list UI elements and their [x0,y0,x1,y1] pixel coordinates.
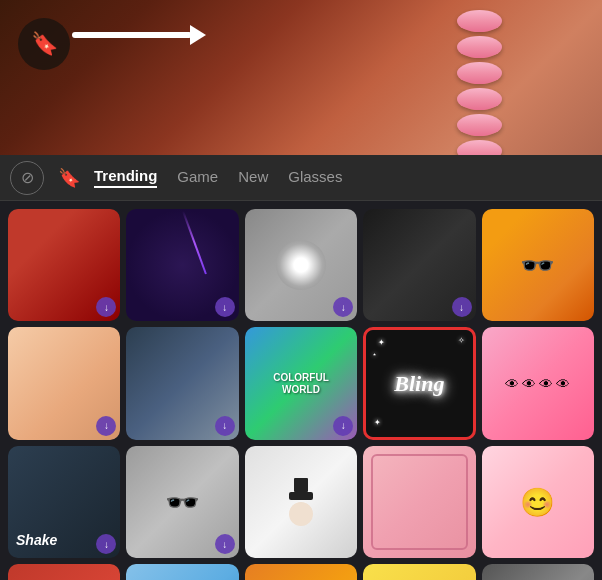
macaron-1 [457,10,502,32]
arrow-indicator [72,32,192,38]
star-1: ✦ [378,338,385,347]
chaplin-figure [289,478,313,526]
filter-face[interactable]: ↓ [8,327,120,439]
eye-emoji-1: 👁 [505,376,519,392]
filter-hat[interactable]: ↓ [8,209,120,321]
star-2: ✧ [458,336,465,345]
beauty-emoji: 😊 [520,486,555,519]
eye-emoji-4: 👁 [556,376,570,392]
macaron-5 [457,114,502,136]
star-3: ✦ [374,418,381,427]
filter-pink-eyes-bg: 👁 👁 👁 👁 [482,327,594,439]
shake-label-text: Shake [16,532,57,548]
glasses-emoji: 🕶️ [520,249,555,282]
filter-shake[interactable]: Shake ↓ [8,446,120,558]
star-4: ⋆ [372,350,377,359]
macaron-decoration [457,10,502,155]
filter-yellow-bg [363,564,475,580]
filter-hair[interactable]: 👤 [482,564,594,580]
download-badge: ↓ [215,416,235,436]
filter-beauty-bg: 😊 [482,446,594,558]
laser-beam [182,211,207,275]
download-badge: ↓ [215,534,235,554]
filter-orange[interactable] [245,564,357,580]
saved-filters-button[interactable]: 🔖 [54,163,84,193]
filter-chaplin[interactable] [245,446,357,558]
macaron-6 [457,140,502,155]
filter-tabs: Trending Game New Glasses [94,167,592,188]
filter-laser[interactable]: ↓ [126,209,238,321]
colorful-world-text: COLORFULWORLD [273,372,329,396]
filter-lipstick-bg: Lipstick [8,564,120,580]
tab-glasses[interactable]: Glasses [288,168,342,187]
filter-bar: ⊘ 🔖 Trending Game New Glasses [0,155,602,201]
bookmark-button[interactable]: 🔖 [18,18,70,70]
filter-dark[interactable]: ↓ [363,209,475,321]
filter-chaplin-bg [245,446,357,558]
filter-pink-eyes[interactable]: 👁 👁 👁 👁 [482,327,594,439]
frame-decoration [371,454,467,550]
tab-trending[interactable]: Trending [94,167,157,188]
filter-city[interactable]: ↓ [126,327,238,439]
filter-sunglasses2[interactable]: 🕶️ ↓ [126,446,238,558]
arrow-head [190,25,206,45]
macaron-2 [457,36,502,58]
filter-lipstick[interactable]: Lipstick [8,564,120,580]
filter-beauty[interactable]: 😊 [482,446,594,558]
filter-frame-bg [363,446,475,558]
filter-hair-bg: 👤 [482,564,594,580]
filter-orange-bg [245,564,357,580]
sunglasses-icon: 🕶️ [165,486,200,519]
macaron-4 [457,88,502,110]
eye-emoji-3: 👁 [539,376,553,392]
tab-game[interactable]: Game [177,168,218,187]
no-filter-button[interactable]: ⊘ [10,161,44,195]
bling-text: Bling [394,371,444,397]
download-badge: ↓ [333,416,353,436]
filter-raindrop-bg: Raindrop [126,564,238,580]
arrow-line [72,32,192,38]
camera-background [0,0,602,155]
no-filter-icon: ⊘ [21,168,34,187]
filter-raindrop[interactable]: Raindrop [126,564,238,580]
filter-bling[interactable]: ✦ ✧ ✦ ⋆ Bling [363,327,475,439]
eye-emoji-2: 👁 [522,376,536,392]
sunflower-decoration [276,240,326,290]
filter-grid: ↓ ↓ ↓ ↓ 🕶️ ↓ [8,209,594,580]
filter-grid-area: ↓ ↓ ↓ ↓ 🕶️ ↓ [0,201,602,580]
bookmark-icon: 🔖 [31,31,58,57]
filter-bling-bg: ✦ ✧ ✦ ⋆ Bling [366,330,472,436]
filter-glasses-bg: 🕶️ [482,209,594,321]
hat-brim [289,492,313,500]
filter-yellow[interactable] [363,564,475,580]
hat-top [294,478,308,492]
saved-icon: 🔖 [58,167,80,189]
filter-glasses-emoji[interactable]: 🕶️ [482,209,594,321]
tab-new[interactable]: New [238,168,268,187]
download-badge: ↓ [452,297,472,317]
filter-flower[interactable]: ↓ [245,209,357,321]
camera-preview: 🔖 [0,0,602,155]
filter-colorful-world[interactable]: COLORFULWORLD ↓ [245,327,357,439]
macaron-3 [457,62,502,84]
filter-frame[interactable] [363,446,475,558]
face-circle [289,502,313,526]
